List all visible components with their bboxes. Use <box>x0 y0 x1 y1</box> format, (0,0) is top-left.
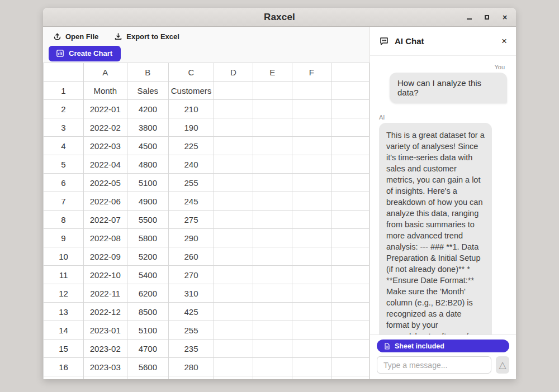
spreadsheet-cell[interactable] <box>214 137 253 155</box>
spreadsheet-cell[interactable] <box>253 118 292 137</box>
spreadsheet-cell[interactable] <box>292 266 331 284</box>
row-header[interactable]: 6 <box>44 174 84 192</box>
spreadsheet-cell[interactable]: 2022-07 <box>83 211 127 229</box>
spreadsheet-cell[interactable] <box>214 284 253 303</box>
spreadsheet-cell[interactable]: Month <box>83 82 127 100</box>
row-header[interactable]: 16 <box>44 358 84 376</box>
spreadsheet-cell[interactable] <box>331 340 369 358</box>
row-header[interactable]: 7 <box>44 192 84 211</box>
spreadsheet-cell[interactable] <box>331 118 369 137</box>
spreadsheet-cell[interactable]: 225 <box>169 137 214 155</box>
row-header[interactable]: 1 <box>44 82 84 100</box>
spreadsheet-cell[interactable]: 310 <box>169 284 214 303</box>
spreadsheet-cell[interactable]: 210 <box>169 100 214 118</box>
row-header[interactable]: 11 <box>44 266 84 284</box>
spreadsheet-cell[interactable]: 2022-04 <box>83 155 127 174</box>
spreadsheet-cell[interactable] <box>331 137 369 155</box>
spreadsheet-cell[interactable]: 425 <box>169 303 214 321</box>
spreadsheet-cell[interactable]: 4500 <box>127 137 169 155</box>
spreadsheet-cell[interactable]: 2022-08 <box>83 229 127 247</box>
spreadsheet-cell[interactable] <box>331 192 369 211</box>
spreadsheet-cell[interactable]: 2022-01 <box>83 100 127 118</box>
column-header[interactable]: A <box>83 63 127 82</box>
spreadsheet-cell[interactable] <box>331 211 369 229</box>
chat-message-input[interactable] <box>377 356 491 374</box>
maximize-button[interactable] <box>482 13 491 22</box>
spreadsheet-cell[interactable] <box>292 321 331 340</box>
spreadsheet-cell[interactable] <box>292 118 331 137</box>
spreadsheet-cell[interactable] <box>292 358 331 376</box>
spreadsheet-cell[interactable]: 2023-01 <box>83 321 127 340</box>
spreadsheet-cell[interactable]: 275 <box>169 211 214 229</box>
spreadsheet-cell[interactable]: 2022-11 <box>83 284 127 303</box>
spreadsheet-cell[interactable]: 2022-12 <box>83 303 127 321</box>
spreadsheet-cell[interactable]: 270 <box>169 266 214 284</box>
spreadsheet-cell[interactable] <box>253 192 292 211</box>
spreadsheet-cell[interactable] <box>292 340 331 358</box>
spreadsheet-cell[interactable]: 5800 <box>127 229 169 247</box>
column-header[interactable]: D <box>214 63 253 82</box>
open-file-button[interactable]: Open File <box>53 32 98 41</box>
spreadsheet-cell[interactable] <box>214 376 253 380</box>
create-chart-button[interactable]: Create Chart <box>49 46 121 61</box>
spreadsheet-cell[interactable] <box>253 155 292 174</box>
minimize-button[interactable] <box>465 13 473 22</box>
column-header[interactable]: B <box>127 63 169 82</box>
spreadsheet-cell[interactable]: 2022-10 <box>83 266 127 284</box>
spreadsheet-cell[interactable]: 4800 <box>127 155 169 174</box>
column-header[interactable]: C <box>169 63 214 82</box>
spreadsheet-cell[interactable] <box>292 211 331 229</box>
row-header[interactable]: 8 <box>44 211 84 229</box>
spreadsheet-cell[interactable] <box>169 376 214 380</box>
spreadsheet-cell[interactable]: 2022-09 <box>83 247 127 266</box>
spreadsheet-cell[interactable] <box>292 376 331 380</box>
spreadsheet-cell[interactable] <box>214 340 253 358</box>
spreadsheet-cell[interactable] <box>331 229 369 247</box>
spreadsheet-cell[interactable] <box>331 155 369 174</box>
spreadsheet-cell[interactable]: 5500 <box>127 211 169 229</box>
spreadsheet-cell[interactable] <box>214 303 253 321</box>
spreadsheet-cell[interactable]: 2023-03 <box>83 358 127 376</box>
spreadsheet-cell[interactable] <box>253 82 292 100</box>
spreadsheet-cell[interactable] <box>331 82 369 100</box>
row-header[interactable]: 3 <box>44 118 84 137</box>
spreadsheet-cell[interactable]: 2022-05 <box>83 174 127 192</box>
spreadsheet-cell[interactable] <box>253 358 292 376</box>
row-header[interactable]: 10 <box>44 247 84 266</box>
spreadsheet-cell[interactable] <box>214 229 253 247</box>
spreadsheet-cell[interactable] <box>292 137 331 155</box>
spreadsheet-cell[interactable]: 5400 <box>127 266 169 284</box>
spreadsheet-cell[interactable]: 2023-02 <box>83 340 127 358</box>
select-all-corner[interactable] <box>44 63 84 82</box>
spreadsheet-cell[interactable] <box>292 229 331 247</box>
spreadsheet-cell[interactable] <box>214 358 253 376</box>
spreadsheet-cell[interactable] <box>331 376 369 380</box>
spreadsheet-cell[interactable] <box>292 303 331 321</box>
spreadsheet-cell[interactable]: 4700 <box>127 340 169 358</box>
spreadsheet-cell[interactable] <box>253 174 292 192</box>
close-button[interactable]: × <box>500 13 509 22</box>
row-header[interactable] <box>44 376 84 380</box>
spreadsheet-cell[interactable] <box>292 174 331 192</box>
spreadsheet-cell[interactable]: 5200 <box>127 247 169 266</box>
spreadsheet-cell[interactable] <box>331 303 369 321</box>
spreadsheet-cell[interactable] <box>83 376 127 380</box>
spreadsheet-cell[interactable] <box>331 358 369 376</box>
spreadsheet-cell[interactable] <box>214 155 253 174</box>
spreadsheet-cell[interactable] <box>214 118 253 137</box>
spreadsheet-cell[interactable] <box>214 321 253 340</box>
column-header[interactable] <box>331 63 369 82</box>
spreadsheet-cell[interactable] <box>292 284 331 303</box>
spreadsheet-cell[interactable]: 290 <box>169 229 214 247</box>
row-header[interactable]: 12 <box>44 284 84 303</box>
spreadsheet-cell[interactable] <box>253 376 292 380</box>
spreadsheet-cell[interactable]: 5100 <box>127 174 169 192</box>
chat-close-button[interactable]: × <box>501 36 507 46</box>
sheet-included-button[interactable]: Sheet included <box>377 340 509 352</box>
spreadsheet-cell[interactable]: 3800 <box>127 118 169 137</box>
spreadsheet-cell[interactable] <box>214 266 253 284</box>
spreadsheet-cell[interactable]: 2022-06 <box>83 192 127 211</box>
spreadsheet-cell[interactable] <box>253 100 292 118</box>
spreadsheet-cell[interactable] <box>331 284 369 303</box>
row-header[interactable]: 5 <box>44 155 84 174</box>
